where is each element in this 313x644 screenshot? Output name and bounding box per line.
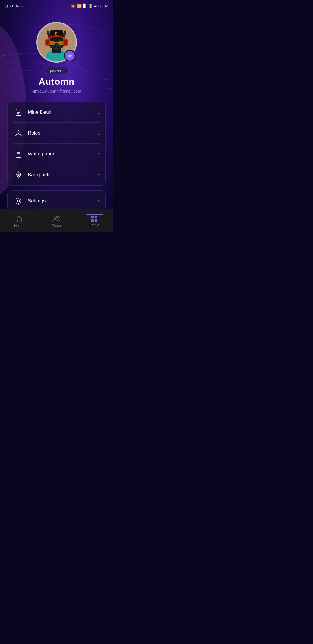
status-right-icons: 🔇 📶 ▊ 🔋 4:17 PM <box>71 4 108 8</box>
svg-point-32 <box>17 200 20 202</box>
wifi-icon: 📶 <box>77 4 82 8</box>
status-bar: ⊞ ⊖ ⊗ ··· 🔇 📶 ▊ 🔋 4:17 PM <box>0 0 113 10</box>
menu-card-settings: Settings › <box>7 190 106 212</box>
svg-point-13 <box>57 46 59 48</box>
time-display: 4:17 PM <box>94 4 108 8</box>
menu-item-roles[interactable]: Roles › <box>8 123 105 144</box>
svg-point-33 <box>54 216 57 219</box>
username-display: Automn <box>39 76 74 87</box>
avatar-container: ₿ <box>36 22 77 63</box>
white-paper-chevron: › <box>98 151 100 157</box>
status-left-icons: ⊞ ⊖ ⊗ ··· <box>5 4 24 8</box>
signal-icon: ▊ <box>83 4 86 8</box>
mine-detail-chevron: › <box>98 109 100 115</box>
home-nav-label: Home <box>14 224 23 228</box>
pencil-icon: ✏ <box>68 53 72 59</box>
main-content: ₿ <box>0 10 113 216</box>
svg-text:₿: ₿ <box>55 32 57 36</box>
doc-text-icon <box>13 149 24 159</box>
roles-label: Roles <box>28 130 98 136</box>
white-paper-label: White paper <box>28 151 98 157</box>
svg-point-17 <box>64 40 67 45</box>
svg-point-12 <box>54 46 56 48</box>
svg-point-11 <box>52 44 61 50</box>
more-icon: ··· <box>21 4 24 8</box>
mute-icon: 🔇 <box>71 4 75 8</box>
svg-point-22 <box>17 131 20 133</box>
profile-grid-icon <box>91 216 97 222</box>
pioneer-badge: pioneer <box>45 67 68 74</box>
profile-nav-label: Profile <box>89 223 99 227</box>
menu-card-main: Mine Detail › Roles › <box>7 102 106 186</box>
backpack-chevron: › <box>98 172 100 178</box>
minus-circle-icon: ⊖ <box>10 4 13 8</box>
person-icon <box>13 128 24 138</box>
svg-point-34 <box>58 216 60 218</box>
x-circle-icon: ⊗ <box>16 4 19 8</box>
home-icon <box>15 215 23 222</box>
roles-chevron: › <box>98 130 100 136</box>
settings-label: Settings <box>28 198 98 204</box>
settings-chevron: › <box>98 198 100 204</box>
edit-avatar-button[interactable]: ✏ <box>64 50 76 61</box>
gear-icon <box>13 196 24 206</box>
team-icon <box>52 215 61 222</box>
menu-item-white-paper[interactable]: White paper › <box>8 144 105 164</box>
battery-icon: 🔋 <box>88 4 93 8</box>
menu-item-mine-detail[interactable]: Mine Detail › <box>8 102 105 123</box>
svg-rect-10 <box>55 42 58 43</box>
nav-item-home[interactable]: Home <box>0 213 38 228</box>
svg-point-15 <box>46 40 49 45</box>
nav-item-profile[interactable]: Profile <box>75 214 113 227</box>
image-icon: ⊞ <box>5 4 8 8</box>
menu-item-backpack[interactable]: Backpack › <box>8 164 105 185</box>
mine-detail-label: Mine Detail <box>28 109 98 115</box>
diamond-icon <box>13 170 24 180</box>
menu-item-settings[interactable]: Settings › <box>8 191 105 211</box>
bottom-navigation: Home Team Profile <box>0 209 113 232</box>
backpack-label: Backpack <box>28 172 98 178</box>
doc-list-icon <box>13 107 24 117</box>
team-nav-label: Team <box>52 224 61 228</box>
email-display: junyou.automn@gmail.com <box>32 89 81 93</box>
nav-item-team[interactable]: Team <box>38 213 75 228</box>
